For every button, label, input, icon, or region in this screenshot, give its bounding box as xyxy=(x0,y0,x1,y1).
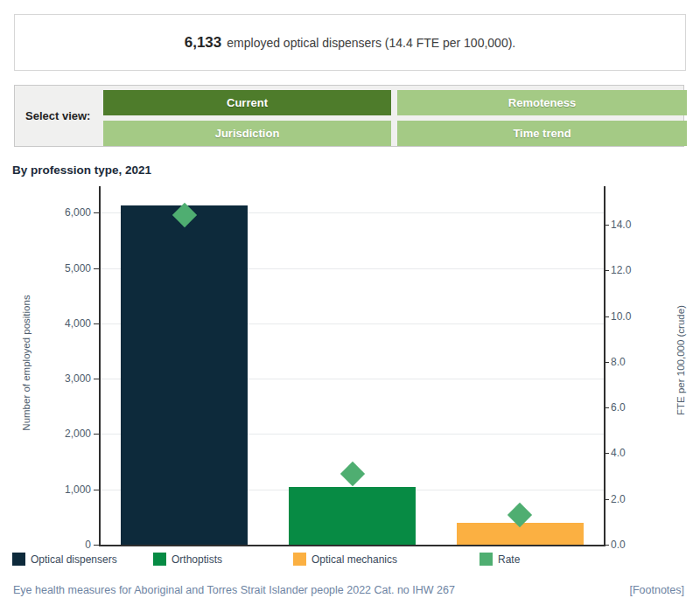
left-axis-tick-label: 5,000 xyxy=(0,262,91,275)
left-axis-tick-label: 6,000 xyxy=(0,206,91,219)
right-axis-tick xyxy=(604,499,609,500)
legend-swatch-rate xyxy=(480,553,493,566)
left-axis-tick xyxy=(94,212,99,213)
view-buttons: CurrentRemotenessJurisdictionTime trend xyxy=(103,90,687,146)
right-axis-tick xyxy=(604,453,609,454)
legend-item-rate[interactable]: Rate xyxy=(480,553,520,566)
left-axis-label: Number of employed positions xyxy=(21,295,32,430)
left-axis-tick-label: 1,000 xyxy=(0,483,91,496)
view-button-time-trend[interactable]: Time trend xyxy=(397,121,687,146)
right-axis-tick xyxy=(604,545,609,546)
legend-item-orthoptists[interactable]: Orthoptists xyxy=(153,553,222,566)
chart-title: By profession type, 2021 xyxy=(12,163,151,177)
select-view-panel: Select view: CurrentRemotenessJurisdicti… xyxy=(14,85,684,147)
legend-swatch-orthoptists xyxy=(153,553,166,566)
summary-text: employed optical dispensers (14.4 FTE pe… xyxy=(227,36,515,50)
left-axis-tick-label: 0 xyxy=(0,539,91,551)
left-axis-tick xyxy=(94,379,99,379)
rate-marker-orthoptists[interactable] xyxy=(340,462,364,486)
left-axis-tick-label: 4,000 xyxy=(0,317,91,330)
right-axis-tick-label: 0.0 xyxy=(611,539,626,551)
right-axis-tick xyxy=(604,407,609,408)
left-axis-tick xyxy=(94,323,99,324)
right-axis-tick-label: 12.0 xyxy=(611,264,631,276)
right-axis-tick-label: 2.0 xyxy=(611,493,626,505)
legend-label-orthoptists: Orthoptists xyxy=(172,553,222,566)
right-axis-tick-label: 8.0 xyxy=(611,356,626,368)
view-button-jurisdiction[interactable]: Jurisdiction xyxy=(103,121,391,146)
source-text: Eye health measures for Aboriginal and T… xyxy=(13,584,455,596)
left-axis-tick-label: 2,000 xyxy=(0,428,91,440)
legend-label-optical-dispensers: Optical dispensers xyxy=(31,553,117,566)
right-axis-tick-label: 6.0 xyxy=(611,401,626,414)
right-axis-label: FTE per 100,000 (crude) xyxy=(676,305,686,415)
summary-banner: 6,133 employed optical dispensers (14.4 … xyxy=(14,14,686,71)
left-axis-tick xyxy=(94,490,99,490)
legend-item-optical-mechanics[interactable]: Optical mechanics xyxy=(293,553,397,566)
left-axis-tick xyxy=(94,268,99,269)
legend-swatch-optical-mechanics xyxy=(293,553,306,566)
legend-label-rate: Rate xyxy=(498,553,520,566)
bar-orthoptists[interactable] xyxy=(289,487,416,545)
right-axis-tick xyxy=(604,362,609,363)
view-button-remoteness[interactable]: Remoteness xyxy=(397,90,687,115)
legend-swatch-optical-dispensers xyxy=(12,553,25,566)
left-axis-tick xyxy=(94,434,99,435)
right-axis-tick xyxy=(604,316,609,317)
legend-label-optical-mechanics: Optical mechanics xyxy=(312,553,397,566)
right-axis-tick-label: 4.0 xyxy=(611,447,626,459)
legend-item-optical-dispensers[interactable]: Optical dispensers xyxy=(12,553,117,566)
right-axis-tick-label: 14.0 xyxy=(611,219,631,231)
right-axis-tick xyxy=(604,225,609,226)
select-view-label: Select view: xyxy=(25,86,90,146)
right-axis-tick xyxy=(604,270,609,271)
footnotes-link[interactable]: [Footnotes] xyxy=(629,584,684,596)
plot-area xyxy=(99,186,606,546)
bar-optical-dispensers[interactable] xyxy=(121,205,248,545)
left-axis-tick xyxy=(94,545,99,546)
right-axis-tick-label: 10.0 xyxy=(611,310,631,323)
view-button-current[interactable]: Current xyxy=(103,90,391,115)
left-axis-tick-label: 3,000 xyxy=(0,372,91,385)
summary-value: 6,133 xyxy=(185,34,222,52)
